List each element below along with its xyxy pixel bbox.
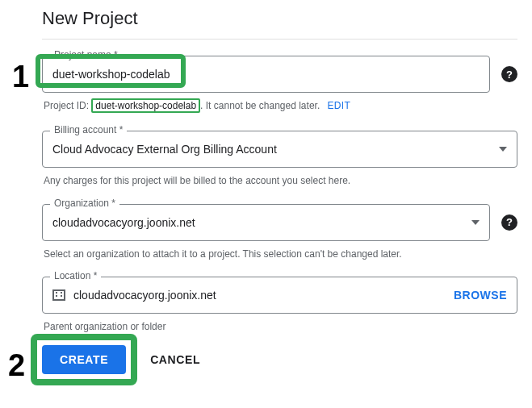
billing-account-label: Billing account * bbox=[50, 124, 127, 135]
billing-helper: Any charges for this project will be bil… bbox=[44, 174, 516, 188]
organization-helper: Select an organization to attach it to a… bbox=[44, 248, 516, 261]
billing-account-value: Cloud Advocacy External Org Billing Acco… bbox=[52, 143, 499, 156]
cancel-button[interactable]: CANCEL bbox=[145, 352, 205, 367]
annotation-number-1: 1 bbox=[12, 60, 29, 94]
edit-project-id-link[interactable]: EDIT bbox=[328, 100, 351, 111]
location-value: cloudadvocacyorg.joonix.net bbox=[73, 289, 454, 302]
project-name-value[interactable]: duet-workshop-codelab bbox=[52, 68, 480, 81]
location-label: Location * bbox=[50, 270, 101, 281]
organization-label: Organization * bbox=[50, 198, 119, 209]
annotation-number-2: 2 bbox=[8, 348, 25, 383]
project-id-value: duet-workshop-codelab bbox=[91, 98, 200, 113]
chevron-down-icon bbox=[499, 147, 507, 152]
project-name-field[interactable]: Project name * duet-workshop-codelab ? bbox=[42, 56, 517, 93]
organization-field[interactable]: Organization * cloudadvocacyorg.joonix.n… bbox=[42, 204, 517, 241]
location-helper: Parent organization or folder bbox=[44, 320, 516, 334]
location-field: Location * cloudadvocacyorg.joonix.net B… bbox=[42, 277, 517, 314]
help-icon[interactable]: ? bbox=[501, 214, 517, 231]
browse-button[interactable]: BROWSE bbox=[454, 289, 507, 302]
page-title: New Project bbox=[42, 8, 517, 29]
organization-icon bbox=[52, 289, 65, 301]
annotation-box-2 bbox=[31, 334, 137, 385]
chevron-down-icon bbox=[471, 220, 480, 225]
help-icon[interactable]: ? bbox=[501, 66, 517, 82]
divider bbox=[42, 39, 517, 40]
action-bar: CREATE CANCEL bbox=[42, 345, 517, 374]
project-name-label: Project name * bbox=[50, 49, 122, 60]
project-id-helper: Project ID: duet-workshop-codelab. It ca… bbox=[44, 99, 516, 113]
billing-account-field[interactable]: Billing account * Cloud Advocacy Externa… bbox=[42, 131, 517, 168]
organization-value: cloudadvocacyorg.joonix.net bbox=[52, 216, 471, 229]
